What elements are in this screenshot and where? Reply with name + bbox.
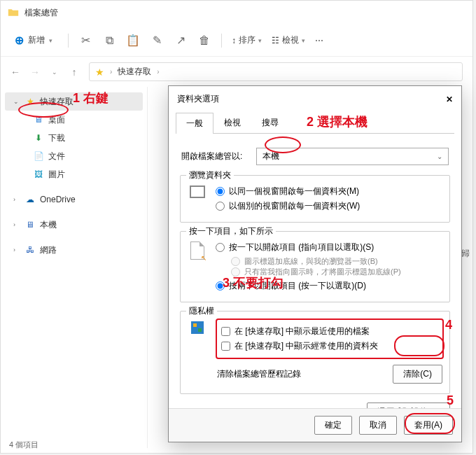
sidebar-item-desktop[interactable]: 🖥 桌面 [1,111,147,129]
pc-icon: 🖥 [24,220,36,230]
sidebar-label: 快速存取 [40,96,74,108]
radio-input [231,267,240,276]
view-button[interactable]: ☷ 檢視 ▾ [272,34,305,46]
sidebar-label: 桌面 [48,114,65,126]
group-title: 隱私權 [186,305,217,317]
tab-general[interactable]: 一般 [176,113,214,134]
sidebar-item-onedrive[interactable]: › ☁ OneDrive [1,190,147,209]
up-button[interactable]: ↑ [69,66,79,78]
dropdown-value: 本機 [262,150,279,162]
view-label: 檢視 [282,34,299,46]
dialog-footer: 確定 取消 套用(A) [169,408,461,442]
sidebar-item-pictures[interactable]: 🖼 圖片 [1,165,147,183]
new-label: 新增 [28,34,45,46]
chevron-down-icon: ⌄ [13,98,20,105]
privacy-flag-icon [191,321,204,334]
radio-input[interactable] [216,281,225,290]
share-icon[interactable]: ↗ [174,34,188,48]
copy-icon[interactable]: ⧉ [102,34,116,48]
radio-input[interactable] [216,187,225,196]
new-button[interactable]: ⊕ 新增 ▾ [9,31,58,50]
sub-underline-hover: 只有當我指向圖示時，才將圖示標題加底線(P) [231,267,444,277]
apply-button[interactable]: 套用(A) [404,416,453,435]
privacy-highlight-box: 在 [快速存取] 中顯示最近使用的檔案 在 [快速存取] 中顯示經常使用的資料夾 [216,318,444,359]
cut-icon[interactable]: ✂ [78,34,92,48]
chevron-right-icon: › [13,246,20,253]
dialog-titlebar: 資料夾選項 ✕ [169,86,461,112]
star-icon: ★ [24,97,36,106]
sidebar-label: 文件 [48,150,65,162]
sidebar-item-network[interactable]: › 🖧 網路 [1,241,147,259]
plus-icon: ⊕ [15,34,24,47]
address-bar[interactable]: ★ › 快速存取 › [89,62,463,81]
group-title: 瀏覽資料夾 [186,169,234,181]
radio-input [231,257,240,266]
open-explorer-dropdown[interactable]: 本機 ⌄ [256,148,449,165]
radio-label: 以個別的視窗開啟每一個資料夾(W) [229,200,360,212]
chevron-right-icon: › [13,221,20,228]
breadcrumb-item[interactable]: 快速存取 [118,66,151,78]
sidebar-item-quick-access[interactable]: ⌄ ★ 快速存取 [5,92,143,111]
recent-dropdown[interactable]: ⌄ [50,69,59,76]
sidebar-label: 下載 [48,132,65,144]
back-button[interactable]: ← [10,66,20,78]
clear-history-row: 清除檔案總管歷程記錄 清除(C) [217,365,442,384]
separator [68,34,69,48]
chevron-down-icon: ▾ [49,37,52,44]
document-icon: 📄 [33,151,44,161]
more-button[interactable]: ⋯ [315,36,323,46]
radio-double-click[interactable]: 按兩下以開啟項目 (按一下以選取)(D) [216,280,444,292]
check-recent-files[interactable]: 在 [快速存取] 中顯示最近使用的檔案 [221,326,438,337]
close-button[interactable]: ✕ [446,94,453,104]
chevron-right-icon: › [110,68,112,76]
check-frequent-folders[interactable]: 在 [快速存取] 中顯示經常使用的資料夾 [221,340,438,352]
checkbox-input[interactable] [221,327,230,336]
view-icon: ☷ [272,36,279,46]
item-count: 4 個項目 [9,440,38,449]
window-title: 檔案總管 [24,7,58,19]
click-items-group: 按一下項目，如下所示 ↖ 按一下以開啟項目 (指向項目以選取)(S) 圖示標題加… [180,231,450,302]
radio-input[interactable] [216,202,225,211]
download-icon: ⬇ [33,133,44,143]
chevron-right-icon: › [13,196,20,203]
check-label: 在 [快速存取] 中顯示經常使用的資料夾 [234,340,378,352]
check-label: 在 [快速存取] 中顯示最近使用的檔案 [234,326,370,337]
sidebar-item-this-pc[interactable]: › 🖥 本機 [1,216,147,234]
network-icon: 🖧 [24,245,36,255]
sidebar-label: 本機 [40,219,57,231]
checkbox-input[interactable] [221,342,230,351]
cancel-button[interactable]: 取消 [359,416,397,435]
open-explorer-label: 開啟檔案總管以: [181,150,242,162]
radio-same-window[interactable]: 以同一個視窗開啟每一個資料夾(M) [216,186,444,197]
radio-new-window[interactable]: 以個別的視窗開啟每一個資料夾(W) [216,200,444,212]
dialog-tabs: 一般 檢視 搜尋 [176,112,454,134]
file-cursor-icon: ↖ [190,241,204,260]
radio-single-click[interactable]: 按一下以開啟項目 (指向項目以選取)(S) [216,241,444,253]
sub-underline-browser: 圖示標題加底線，與我的瀏覽器一致(B) [231,256,444,267]
browse-folders-group: 瀏覽資料夾 以同一個視窗開啟每一個資料夾(M) 以個別的視窗開啟每一個資料夾(W… [180,175,450,223]
privacy-group: 隱私權 在 [快速存取] 中顯示最近使用的檔案 在 [快速存取] 中顯示經常使用… [180,311,450,394]
forward-button[interactable]: → [30,66,40,78]
chevron-down-icon: ▾ [258,37,262,44]
radio-input[interactable] [216,243,225,252]
sidebar-item-documents[interactable]: 📄 文件 [1,147,147,165]
chevron-down-icon: ⌄ [437,153,442,160]
desktop-icon: 🖥 [33,115,44,125]
radio-label: 以同一個視窗開啟每一個資料夾(M) [229,186,359,197]
tab-search[interactable]: 搜尋 [251,112,289,133]
sort-button[interactable]: ↕ 排序 ▾ [232,34,262,46]
sidebar-label: OneDrive [40,195,76,204]
sidebar-label: 圖片 [48,169,65,181]
ok-button[interactable]: 確定 [314,416,352,435]
status-bar: 4 個項目 [9,440,38,450]
paste-icon[interactable]: 📋 [126,34,140,48]
star-icon: ★ [95,66,104,78]
sidebar-item-downloads[interactable]: ⬇ 下載 [1,129,147,147]
delete-icon[interactable]: 🗑 [197,34,211,48]
rename-icon[interactable]: ✎ [150,34,164,48]
tab-view[interactable]: 檢視 [214,112,251,133]
sidebar-label: 網路 [40,244,57,256]
radio-label: 按兩下以開啟項目 (按一下以選取)(D) [229,280,366,292]
open-explorer-row: 開啟檔案總管以: 本機 ⌄ [181,148,449,165]
clear-button[interactable]: 清除(C) [393,365,442,384]
